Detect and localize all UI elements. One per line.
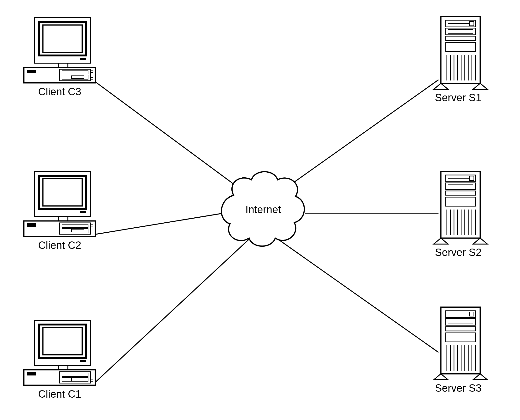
svg-rect-61 xyxy=(448,184,473,188)
svg-rect-6 xyxy=(27,70,36,73)
svg-rect-63 xyxy=(446,197,475,206)
svg-rect-10 xyxy=(71,76,84,79)
svg-rect-24 xyxy=(91,224,93,226)
server-s2-label: Server S2 xyxy=(435,247,482,258)
svg-rect-36 xyxy=(71,378,84,381)
svg-rect-15 xyxy=(43,179,82,206)
svg-rect-32 xyxy=(27,372,36,375)
svg-rect-37 xyxy=(91,373,93,375)
edge-c3-internet xyxy=(94,81,241,189)
svg-rect-79 xyxy=(446,327,475,331)
svg-rect-45 xyxy=(446,36,475,40)
server-s3-icon xyxy=(434,307,487,380)
client-c3-icon xyxy=(24,18,95,83)
svg-rect-44 xyxy=(448,30,473,33)
edge-s3-internet xyxy=(276,238,438,352)
svg-rect-23 xyxy=(71,229,84,232)
edge-c2-internet xyxy=(94,213,224,234)
svg-rect-42 xyxy=(469,22,474,26)
svg-rect-19 xyxy=(27,223,36,227)
svg-rect-28 xyxy=(43,327,82,355)
server-s3-label: Server S3 xyxy=(435,382,482,394)
svg-rect-78 xyxy=(448,320,473,324)
svg-rect-62 xyxy=(446,191,475,195)
server-s2-icon xyxy=(434,172,487,244)
client-c2-label: Client C2 xyxy=(38,239,81,251)
svg-rect-12 xyxy=(91,77,93,79)
svg-rect-8 xyxy=(62,71,88,74)
svg-rect-76 xyxy=(469,312,474,316)
svg-rect-2 xyxy=(43,25,82,52)
client-c1-icon xyxy=(24,320,95,385)
client-c3-label: Client C3 xyxy=(38,86,81,98)
svg-rect-4 xyxy=(58,63,68,68)
client-c1-label: Client C1 xyxy=(38,388,81,400)
server-s1-icon xyxy=(434,17,487,89)
svg-rect-11 xyxy=(91,71,93,73)
svg-rect-25 xyxy=(91,231,93,233)
client-c2-icon xyxy=(24,172,95,236)
svg-rect-29 xyxy=(80,360,86,362)
svg-rect-38 xyxy=(91,380,93,382)
edge-s1-internet xyxy=(282,80,438,190)
svg-rect-80 xyxy=(446,333,475,342)
svg-rect-21 xyxy=(62,224,88,228)
server-s1-label: Server S1 xyxy=(435,92,482,104)
svg-rect-59 xyxy=(469,176,474,180)
svg-rect-3 xyxy=(80,58,86,60)
internet-label: Internet xyxy=(245,203,281,216)
svg-rect-34 xyxy=(62,373,88,376)
svg-rect-16 xyxy=(80,211,86,213)
svg-rect-30 xyxy=(58,366,68,370)
edge-c1-internet xyxy=(94,238,250,383)
svg-rect-17 xyxy=(58,217,68,221)
svg-rect-46 xyxy=(446,42,475,52)
